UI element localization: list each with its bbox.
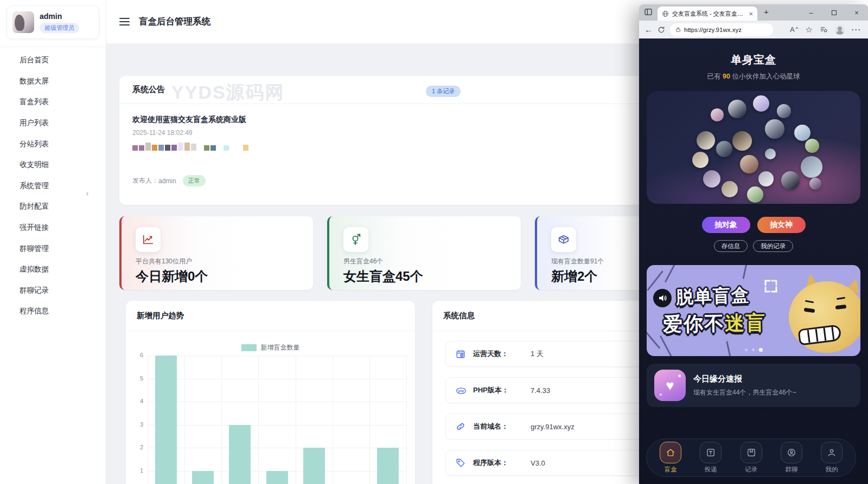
banner-line1: 脱单盲盒 <box>675 283 750 310</box>
avatar-sphere-card <box>647 91 860 204</box>
info-label: 程序版本： <box>473 458 523 468</box>
nav-label: 记录 <box>745 466 757 474</box>
php-icon: php <box>456 385 465 395</box>
stat-card: 平台共有130位用户今日新增0个 <box>119 216 313 290</box>
gridline <box>406 356 407 484</box>
carousel-dot[interactable] <box>745 349 748 351</box>
emoji-swatch <box>178 143 183 151</box>
info-label: 当前域名： <box>473 422 523 431</box>
record-icon <box>741 442 762 463</box>
sidebar-item[interactable]: 后台首页 <box>0 50 106 71</box>
gridline <box>296 356 296 484</box>
sidebar-item[interactable]: 用户列表 <box>0 113 106 134</box>
address-bar[interactable]: https://grzy.91wx.xyz <box>670 23 773 36</box>
sidebar-item[interactable]: 防封配置 <box>0 196 106 217</box>
user-card[interactable]: admin 超级管理员 <box>7 5 99 39</box>
user-name: admin <box>40 12 79 21</box>
emoji-swatch <box>210 145 216 151</box>
emoji-swatch <box>152 145 157 151</box>
sidebar-item[interactable]: 系统管理› <box>0 176 106 197</box>
sidebar-item[interactable]: 程序信息 <box>0 301 106 322</box>
chart-bar <box>229 425 251 484</box>
browser-tab[interactable]: 交友盲盒系统 - 交友盲盒系统 × <box>658 7 757 21</box>
sidebar-item[interactable]: 盲盒列表 <box>0 92 106 113</box>
url-text: https://grzy.91wx.xyz <box>684 27 742 33</box>
info-label: 运营天数： <box>473 349 523 359</box>
member-avatar <box>781 171 800 190</box>
tab-title: 交友盲盒系统 - 交友盲盒系统 <box>672 10 745 18</box>
report-subtitle: 现有女生盲盒44个，男生盲盒46个~ <box>693 388 796 397</box>
y-axis-label: 1 <box>133 467 143 474</box>
mobile-page: 单身宝盒 已有 90 位小伙伴加入心动星球 抽对象 抽女神 存信息 我的记录 <box>639 38 868 484</box>
nav-item-记录[interactable]: 记录 <box>741 442 762 474</box>
gridline <box>221 356 222 484</box>
home-icon <box>660 442 681 463</box>
member-avatar <box>758 171 774 186</box>
carousel-dot-active[interactable] <box>759 348 763 352</box>
gridline <box>148 379 406 379</box>
sidebar-item[interactable]: 群聊记录 <box>0 280 106 301</box>
collections-icon[interactable] <box>820 25 828 34</box>
emoji-swatch <box>139 145 144 151</box>
sidebar-item[interactable]: 强开链接 <box>0 217 106 238</box>
menu-toggle-icon[interactable] <box>119 18 130 25</box>
profile-icon <box>821 442 843 463</box>
page-title: 盲盒后台管理系统 <box>139 16 210 28</box>
chart-bar <box>266 471 288 484</box>
member-avatar <box>711 108 724 121</box>
sidebar-item[interactable]: 虚拟数据 <box>0 259 106 280</box>
sidebar-item[interactable]: 群聊管理 <box>0 238 106 259</box>
avatar <box>12 11 34 33</box>
tag-icon <box>456 458 465 468</box>
nav-label: 投递 <box>705 466 717 474</box>
browser-window: 交友盲盒系统 - 交友盲盒系统 × + – × ← https://grzy.9… <box>639 4 868 484</box>
member-avatar <box>740 155 758 173</box>
publisher-label: 发布人： <box>132 176 158 185</box>
member-count-text: 已有 90 位小伙伴加入心动星球 <box>639 72 868 81</box>
nav-item-盲盒[interactable]: 盲盒 <box>660 442 681 474</box>
sidebar-item[interactable]: 收支明细 <box>0 154 106 176</box>
refresh-button[interactable] <box>658 26 665 34</box>
nav-item-投递[interactable]: 投递 <box>700 442 722 474</box>
info-value: V3.0 <box>531 459 545 467</box>
tab-actions-icon[interactable] <box>644 8 653 16</box>
tab-close-icon[interactable]: × <box>749 10 753 17</box>
back-button[interactable]: ← <box>644 25 653 34</box>
new-tab-button[interactable]: + <box>764 7 769 16</box>
nav-item-我的[interactable]: 我的 <box>821 442 843 474</box>
favorite-star-icon[interactable]: ☆ <box>806 25 813 35</box>
carousel-dot[interactable] <box>752 349 755 351</box>
close-button[interactable]: × <box>845 4 868 21</box>
sidebar-menu: 后台首页数据大屏盲盒列表用户列表分站列表收支明细系统管理›防封配置强开链接群聊管… <box>0 47 106 322</box>
emoji-swatch <box>243 145 248 151</box>
chart-bar <box>192 471 214 484</box>
nav-item-群聊[interactable]: 群聊 <box>781 442 802 474</box>
my-records-button[interactable]: 我的记录 <box>753 240 793 252</box>
gridline <box>148 356 148 484</box>
box-icon <box>551 227 576 252</box>
profile-icon[interactable] <box>835 25 845 35</box>
legend-label: 新增盲盒数量 <box>261 343 300 352</box>
gridline <box>333 356 333 484</box>
daily-report-card[interactable]: ♥ 今日缘分速报 现有女生盲盒44个，男生盲盒46个~ <box>647 364 860 407</box>
save-info-button[interactable]: 存信息 <box>714 240 748 252</box>
bottom-nav: 盲盒投递记录群聊我的 <box>646 438 856 477</box>
minimize-button[interactable]: – <box>800 4 822 21</box>
info-value: 7.4.33 <box>531 386 550 395</box>
read-aloud-icon[interactable]: A <box>790 26 798 34</box>
browser-menu-icon[interactable]: ··· <box>852 26 861 34</box>
app-title: 单身宝盒 <box>639 38 868 67</box>
sidebar-item[interactable]: 分站列表 <box>0 133 106 154</box>
member-avatar <box>801 156 822 178</box>
emoji-swatch <box>191 144 196 151</box>
member-avatar <box>722 181 738 197</box>
sidebar-item[interactable]: 数据大屏 <box>0 71 106 92</box>
maximize-button[interactable] <box>822 4 845 21</box>
globe-icon <box>662 10 669 17</box>
report-title: 今日缘分速报 <box>693 374 796 384</box>
chart-bar <box>377 448 399 484</box>
draw-partner-button[interactable]: 抽对象 <box>702 217 750 233</box>
draw-goddess-button[interactable]: 抽女神 <box>757 217 806 233</box>
stat-main-value: 女生盲盒45个 <box>343 268 521 285</box>
promo-banner[interactable]: 脱单盲盒 爱你不迷盲 <box>647 265 860 356</box>
